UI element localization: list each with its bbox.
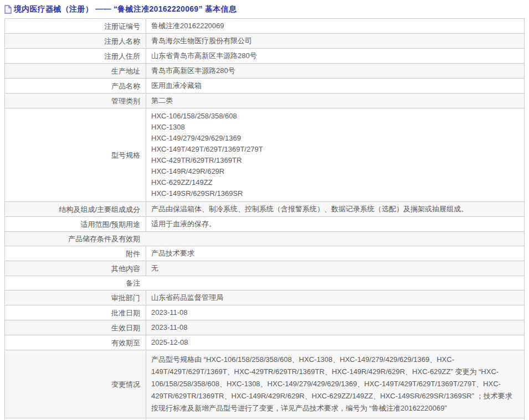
row-value: 2023-11-08 [146, 320, 524, 335]
table-row-registrant-address: 注册人住所 山东省青岛市高新区丰源路280号 [5, 48, 524, 63]
table-row-intended-use: 适用范围/预期用途 适用于血液的保存。 [5, 216, 524, 231]
row-value: 产品型号规格由 “HXC-106/158/258/358/608、HXC-130… [146, 350, 524, 418]
row-label: 产品名称 [5, 79, 146, 93]
table-row-registrant-name: 注册人名称 青岛海尔生物医疗股份有限公司 [5, 33, 524, 48]
row-label: 注册证编号 [5, 19, 146, 33]
table-row-note: 注 详情 [5, 418, 524, 420]
table-row-expiry-date: 有效期至 2025-12-08 [5, 335, 524, 350]
registration-info-table: 注册证编号 鲁械注准20162220069 注册人名称 青岛海尔生物医疗股份有限… [4, 18, 525, 420]
table-row-effective-date: 生效日期 2023-11-08 [5, 320, 524, 335]
table-row-storage-conditions: 产品储存条件及有效期 [5, 231, 524, 246]
table-row-model-specifications: 型号规格 HXC-106/158/258/358/608 HXC-1308 HX… [5, 108, 524, 201]
row-label: 批准日期 [5, 305, 146, 320]
model-list: HXC-106/158/258/358/608 HXC-1308 HXC-149… [151, 111, 263, 199]
title-bar: 境内医疗器械（注册） —— “鲁械注准20162220069” 基本信息 [0, 0, 529, 17]
document-icon [4, 5, 12, 16]
table-row-production-address: 生产地址 青岛市高新区丰源路280号 [5, 63, 524, 78]
row-value: 青岛市高新区丰源路280号 [146, 64, 524, 78]
row-label: 注册人住所 [5, 49, 146, 63]
row-value: HXC-106/158/258/358/608 HXC-1308 HXC-149… [146, 108, 524, 201]
table-row-attachments: 附件 产品技术要求 [5, 246, 524, 261]
row-value: 鲁械注准20162220069 [146, 19, 524, 33]
row-value: 2023-11-08 [146, 305, 524, 320]
row-value: 无 [146, 261, 524, 276]
row-label: 型号规格 [5, 108, 146, 201]
row-label: 附件 [5, 246, 146, 261]
row-value [146, 232, 524, 246]
table-row-product-name: 产品名称 医用血液冷藏箱 [5, 78, 524, 93]
row-value: 山东省青岛市高新区丰源路280号 [146, 49, 524, 63]
row-label: 适用范围/预期用途 [5, 217, 146, 231]
row-value: 青岛海尔生物医疗股份有限公司 [146, 34, 524, 48]
row-label: 注册人名称 [5, 34, 146, 48]
table-row-remarks: 备注 [5, 276, 524, 290]
row-value: 产品由保温箱体、制冷系统、控制系统（含报警系统）、数据记录系统（选配）及搁架或抽… [146, 202, 524, 216]
row-label: 结构及组成/主要组成成分 [5, 202, 146, 216]
row-label: 生效日期 [5, 320, 146, 335]
table-row-management-category: 管理类别 第二类 [5, 93, 524, 108]
row-value: 产品技术要求 [146, 246, 524, 261]
row-label: 变更情况 [5, 350, 146, 418]
row-value: 适用于血液的保存。 [146, 217, 524, 231]
row-label: 有效期至 [5, 335, 146, 350]
row-value: 第二类 [146, 94, 524, 108]
row-value: 2025-12-08 [146, 335, 524, 350]
row-label: 备注 [5, 276, 146, 290]
row-value: 医用血液冷藏箱 [146, 79, 524, 93]
page-title: 境内医疗器械（注册） —— “鲁械注准20162220069” 基本信息 [14, 4, 237, 14]
table-row-other-content: 其他内容 无 [5, 261, 524, 276]
row-label: 管理类别 [5, 94, 146, 108]
table-row-approval-date: 批准日期 2023-11-08 [5, 305, 524, 320]
table-row-structure-composition: 结构及组成/主要组成成分 产品由保温箱体、制冷系统、控制系统（含报警系统）、数据… [5, 201, 524, 216]
table-row-approval-department: 审批部门 山东省药品监督管理局 [5, 290, 524, 305]
row-label: 审批部门 [5, 291, 146, 305]
row-label: 生产地址 [5, 64, 146, 78]
table-row-change-history: 变更情况 产品型号规格由 “HXC-106/158/258/358/608、HX… [5, 350, 524, 418]
row-label: 其他内容 [5, 261, 146, 276]
table-row-registration-number: 注册证编号 鲁械注准20162220069 [5, 19, 524, 33]
row-value: 山东省药品监督管理局 [146, 291, 524, 305]
row-label: 产品储存条件及有效期 [5, 232, 146, 246]
row-value [146, 276, 524, 290]
